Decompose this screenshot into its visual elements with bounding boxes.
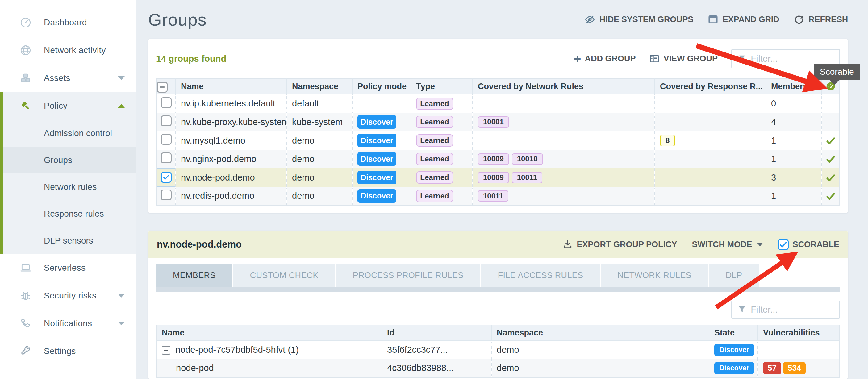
members-filter-input[interactable] — [751, 305, 834, 315]
cell-members-count: 1 — [766, 150, 822, 168]
sidebar-item-security-risks[interactable]: Security risks — [0, 282, 136, 310]
cell-policy-mode: Discover — [352, 131, 411, 150]
view-group-icon — [649, 53, 660, 64]
column-header-members[interactable]: Members — [766, 79, 822, 94]
column-header-name[interactable]: Name — [156, 325, 382, 340]
table-row[interactable]: nv.redis-pod.demodemoDiscoverLearned1001… — [156, 187, 840, 205]
cell-network-rules: 10011 — [473, 187, 655, 205]
row-checkbox[interactable] — [161, 134, 172, 145]
table-row[interactable]: nv.mysql1.demodemoDiscoverLearned81 — [156, 131, 840, 150]
sidebar-item-network-activity[interactable]: Network activity — [0, 36, 136, 64]
filter-funnel-icon — [738, 53, 746, 64]
column-header-vulnerabilities[interactable]: Vulnerabilities — [758, 325, 840, 340]
tab-file-access-rules[interactable]: FILE ACCESS RULES — [481, 263, 600, 287]
cell-namespace: demo — [287, 150, 352, 168]
column-header-name[interactable]: Name — [176, 79, 287, 94]
cell-response-rules — [655, 94, 766, 113]
cell-name: nv.kube-proxy.kube-system — [176, 113, 287, 131]
scorable-check-icon — [826, 136, 836, 146]
cell-network-rules: 10001 — [473, 113, 655, 131]
gauge-icon — [19, 16, 32, 29]
switch-mode-button[interactable]: SWITCH MODE — [692, 240, 763, 249]
view-group-button[interactable]: VIEW GROUP — [649, 53, 718, 64]
sidebar-item-assets[interactable]: Assets — [0, 64, 136, 92]
members-filter-row — [156, 301, 840, 318]
scorable-toggle[interactable]: SCORABLE — [778, 239, 839, 250]
refresh-button[interactable]: REFRESH — [793, 14, 848, 25]
sidebar: DashboardNetwork activityAssetsPolicyAdm… — [0, 0, 136, 379]
groups-filter-input[interactable] — [751, 54, 834, 64]
table-row[interactable]: nv.ip.kubernetes.defaultdefaultLearned0 — [156, 94, 840, 113]
members-table-head: NameIdNamespaceStateVulnerabilities — [156, 325, 840, 340]
sidebar-item-policy[interactable]: Policy — [0, 92, 136, 120]
type-badge: Learned — [416, 153, 453, 165]
expand-grid-button[interactable]: EXPAND GRID — [708, 14, 779, 25]
column-header-state[interactable]: State — [709, 325, 758, 340]
sidebar-item-notifications[interactable]: Notifications — [0, 310, 136, 337]
table-row[interactable]: node-pod4c306db83988...demoDiscover57534 — [156, 359, 840, 377]
network-rule-badge: 10001 — [478, 116, 509, 128]
column-header-covered-by-response-r[interactable]: Covered by Response R... — [655, 79, 766, 94]
export-label: EXPORT GROUP POLICY — [577, 240, 677, 249]
table-row[interactable]: nv.node-pod.demodemoDiscoverLearned10009… — [156, 168, 840, 187]
export-group-policy-button[interactable]: EXPORT GROUP POLICY — [562, 239, 677, 250]
cell-scorable — [822, 131, 840, 150]
cell-namespace: kube-system — [287, 113, 352, 131]
sidebar-item-dashboard[interactable]: Dashboard — [0, 9, 136, 36]
cell-vulnerabilities — [758, 340, 840, 359]
refresh-label: REFRESH — [808, 15, 848, 24]
table-row[interactable]: nv.kube-proxy.kube-systemkube-systemDisc… — [156, 113, 840, 131]
groups-header-row: NameNamespacePolicy modeTypeCovered by N… — [156, 79, 840, 94]
sidebar-item-settings[interactable]: Settings — [0, 337, 136, 365]
hide-system-groups-button[interactable]: HIDE SYSTEM GROUPS — [584, 14, 693, 25]
sidebar-item-response-rules[interactable]: Response rules — [0, 200, 136, 227]
sidebar-item-serverless[interactable]: Serverless — [0, 254, 136, 282]
tab-custom-check[interactable]: CUSTOM CHECK — [234, 263, 335, 287]
column-header-type[interactable]: Type — [411, 79, 473, 94]
cell-state: Discover — [709, 359, 758, 377]
row-checkbox[interactable] — [161, 97, 172, 108]
header-actions: HIDE SYSTEM GROUPSEXPAND GRIDREFRESH — [584, 14, 848, 25]
policy-mode-badge: Discover — [358, 134, 396, 147]
select-all-checkbox[interactable] — [157, 82, 167, 93]
tree-collapse-icon[interactable] — [162, 346, 170, 355]
cell-namespace: demo — [491, 340, 709, 359]
column-header-policy-mode[interactable]: Policy mode — [352, 79, 411, 94]
indeterminate-mark — [160, 87, 165, 88]
row-checkbox[interactable] — [161, 189, 172, 200]
cell-network-rules: 1000910011 — [473, 168, 655, 187]
type-badge: Learned — [416, 134, 453, 147]
tab-members[interactable]: MEMBERS — [156, 263, 232, 287]
minus-mark — [164, 350, 168, 351]
cell-response-rules — [655, 113, 766, 131]
row-checkbox[interactable] — [161, 153, 172, 163]
column-header-id[interactable]: Id — [382, 325, 491, 340]
sidebar-item-dlp-sensors[interactable]: DLP sensors — [0, 227, 136, 254]
column-header-namespace[interactable]: Namespace — [287, 79, 352, 94]
tab-process-profile-rules[interactable]: PROCESS PROFILE RULES — [336, 263, 480, 287]
scorable-checkbox[interactable] — [778, 239, 789, 250]
table-row[interactable]: nv.nginx-pod.demodemoDiscoverLearned1000… — [156, 150, 840, 168]
download-icon — [562, 239, 573, 250]
sidebar-item-label: Notifications — [44, 318, 118, 328]
tab-dlp[interactable]: DLP — [709, 263, 759, 287]
table-row[interactable]: node-pod-7c57bdbf5d-5hfvt (1)35f6f2cc3c7… — [156, 340, 840, 359]
page-header: Groups HIDE SYSTEM GROUPSEXPAND GRIDREFR… — [148, 0, 848, 39]
add-group-button[interactable]: + ADD GROUP — [574, 54, 636, 64]
tab-strip — [156, 287, 840, 292]
cell-scorable — [822, 150, 840, 168]
cell-namespace: demo — [287, 131, 352, 150]
column-header-covered-by-network-rules[interactable]: Covered by Network Rules — [473, 79, 655, 94]
row-checkbox[interactable] — [161, 172, 172, 183]
column-header-namespace[interactable]: Namespace — [491, 325, 709, 340]
cell-policy-mode — [352, 94, 411, 113]
tab-network-rules[interactable]: NETWORK RULES — [601, 263, 708, 287]
sidebar-item-groups[interactable]: Groups — [0, 147, 136, 173]
sidebar-item-admission-control[interactable]: Admission control — [0, 120, 136, 147]
scorable-check-icon — [826, 154, 836, 164]
member-name: node-pod-7c57bdbf5d-5hfvt (1) — [175, 345, 299, 355]
cell-policy-mode: Discover — [352, 150, 411, 168]
row-checkbox-cell — [156, 94, 176, 113]
row-checkbox[interactable] — [161, 116, 172, 126]
sidebar-item-network-rules[interactable]: Network rules — [0, 173, 136, 200]
